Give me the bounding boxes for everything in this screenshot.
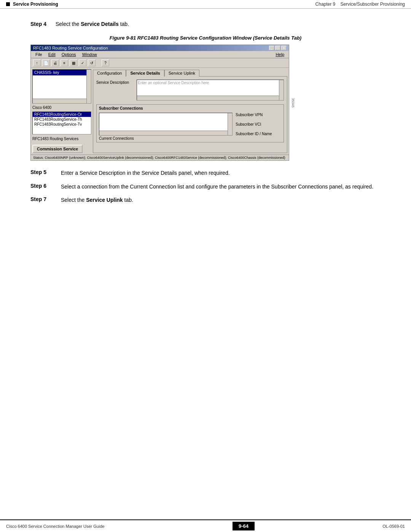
menu-options[interactable]: Options (59, 52, 79, 57)
chassis-hscrollbar[interactable] (33, 99, 86, 103)
step5-text: Enter a Service Description in the Servi… (61, 169, 381, 177)
services-label: RFC1483 Routing Services (32, 136, 91, 142)
win-title: RFC1483 Routing Service Configuration (33, 46, 108, 50)
header-left: Service Provisioning (6, 2, 58, 7)
service-description-placeholder: Enter an optional Service Description he… (138, 81, 209, 85)
current-connections-list[interactable] (99, 113, 233, 136)
header-section-label: Service Provisioning (13, 2, 58, 7)
step4-label: Step 4 (30, 21, 49, 27)
step4-line: Step 4 Select the Service Details tab. (30, 20, 381, 28)
tab-content: Service Description Enter an optional Se… (93, 76, 287, 153)
right-panel: Configuration Service Details Service Up… (93, 69, 287, 153)
win-menu-items: File Edit Options Window (32, 52, 100, 57)
service-item-2[interactable]: RFC1483RoutingService-Th (33, 117, 91, 122)
step4-bold: Service Details (81, 21, 119, 27)
header-square-icon (6, 2, 10, 6)
service-item-3[interactable]: RFC1483RoutingService-Tv (33, 122, 91, 127)
tab-service-uplink[interactable]: Service Uplink (164, 70, 199, 77)
service-description-row: Service Description Enter an optional Se… (96, 80, 284, 101)
step7-text: Select the Service Uplink tab. (61, 196, 381, 204)
device-label: Cisco 6400 (32, 105, 91, 110)
subscriber-connections-panel: Subscriber Connections Current Connectio… (96, 104, 284, 142)
step7-label: Step 7 (30, 196, 61, 202)
desc-vscrollbar[interactable] (279, 80, 284, 100)
step5-block: Step 5 Enter a Service Description in th… (30, 169, 381, 177)
service-description-field[interactable]: Enter an optional Service Description he… (137, 80, 284, 101)
win-maximize-button[interactable]: □ (275, 46, 280, 50)
toolbar-btn-6[interactable]: ✓ (79, 59, 86, 66)
services-list[interactable]: RFC1483RoutingService-Or RFC1483RoutingS… (32, 112, 91, 134)
service-item-1[interactable]: RFC1483RoutingService-Or (33, 112, 91, 117)
toolbar-btn-3[interactable]: 🖨 (51, 59, 59, 66)
footer-doc-num: OL-0569-01 (382, 524, 405, 529)
chassis-vscrollbar[interactable] (86, 70, 91, 103)
subscriber-connections-title: Subscriber Connections (99, 106, 281, 110)
menu-window[interactable]: Window (79, 52, 100, 57)
conn-hscrollbar[interactable] (99, 131, 228, 135)
win-statusbar: Status: Cisco6400NRP (unknown); Cisco640… (31, 155, 289, 160)
steps-area: Step 5 Enter a Service Description in th… (30, 169, 381, 204)
win-titlebar: RFC1483 Routing Service Configuration _ … (31, 45, 289, 51)
step6-block: Step 6 Select a connection from the Curr… (30, 183, 381, 191)
step5-label: Step 5 (30, 169, 61, 175)
footer: Cisco 6400 Service Connection Manager Us… (0, 519, 411, 532)
chassis-item[interactable]: CHASSIS- key (33, 70, 91, 75)
subscriber-id-label: Subscriber ID / Name (236, 132, 281, 136)
toolbar-btn-1[interactable]: ↑ (33, 59, 41, 66)
footer-guide-title: Cisco 6400 Service Connection Manager Us… (6, 524, 105, 529)
chassis-list[interactable]: CHASSIS- key (32, 69, 91, 104)
tab-service-details[interactable]: Service Details (126, 70, 164, 77)
left-panel: CHASSIS- key Cisco 6400 RFC1483RoutingSe… (32, 69, 91, 153)
win-minimize-button[interactable]: _ (269, 46, 274, 50)
step6-text: Select a connection from the Current Con… (61, 183, 381, 191)
conn-vscrollbar[interactable] (228, 113, 232, 135)
menu-help[interactable]: Help (272, 52, 287, 57)
win-close-button[interactable]: × (281, 46, 287, 50)
header-bar: Service Provisioning Chapter 9 Service/S… (0, 0, 411, 9)
toolbar-btn-2[interactable]: 📄 (42, 59, 50, 66)
screenshot-window: RFC1483 Routing Service Configuration _ … (30, 45, 289, 161)
menu-edit[interactable]: Edit (45, 52, 59, 57)
subscriber-vpn-label: Subscriber VPN (236, 113, 281, 117)
figure-caption: Figure 9-81 RFC1483 Routing Service Conf… (30, 35, 381, 41)
sub-conn-list-area: Current Connections (99, 113, 233, 141)
step6-label: Step 6 (30, 183, 61, 189)
step7-bold: Service Uplink (86, 197, 123, 203)
menu-file[interactable]: File (32, 52, 45, 57)
toolbar-btn-5[interactable]: ▦ (70, 59, 77, 66)
screenshot-container: RFC1483 Routing Service Configuration _ … (30, 45, 289, 161)
sub-conn-fields: Subscriber VPN Subscriber VCI Subscriber… (236, 113, 281, 136)
service-description-label: Service Description (96, 80, 134, 85)
current-connections-label: Current Connections (99, 136, 233, 141)
sub-conn-body: Current Connections Subscriber VPN Subsc… (99, 113, 281, 141)
header-chapter: Chapter 9 Service/Subscriber Provisionin… (315, 2, 405, 7)
step4-text: Select the Service Details tab. (56, 20, 381, 28)
toolbar-btn-7[interactable]: ↺ (88, 59, 96, 66)
commission-service-button[interactable]: Commission Service (32, 145, 83, 153)
win-toolbar: ↑ 📄 🖨 ≡ ▦ ✓ ↺ ? (31, 58, 289, 68)
toolbar-btn-help[interactable]: ? (102, 59, 109, 66)
win-body: CHASSIS- key Cisco 6400 RFC1483RoutingSe… (31, 68, 289, 155)
desc-hscrollbar[interactable] (137, 96, 279, 100)
win-menubar: File Edit Options Window Help (31, 51, 289, 58)
toolbar-btn-4[interactable]: ≡ (61, 59, 68, 66)
status-text: Status: Cisco6400NRP (unknown); Cisco640… (33, 156, 285, 160)
tabs-row: Configuration Service Details Service Up… (93, 69, 287, 76)
step7-block: Step 7 Select the Service Uplink tab. (30, 196, 381, 204)
subscriber-vci-label: Subscriber VCI (236, 122, 281, 126)
footer-page-num: 9-64 (233, 522, 255, 530)
tab-configuration[interactable]: Configuration (93, 70, 126, 77)
main-content: Step 4 Select the Service Details tab. F… (0, 9, 411, 221)
figure-number: 35345 (291, 98, 295, 107)
